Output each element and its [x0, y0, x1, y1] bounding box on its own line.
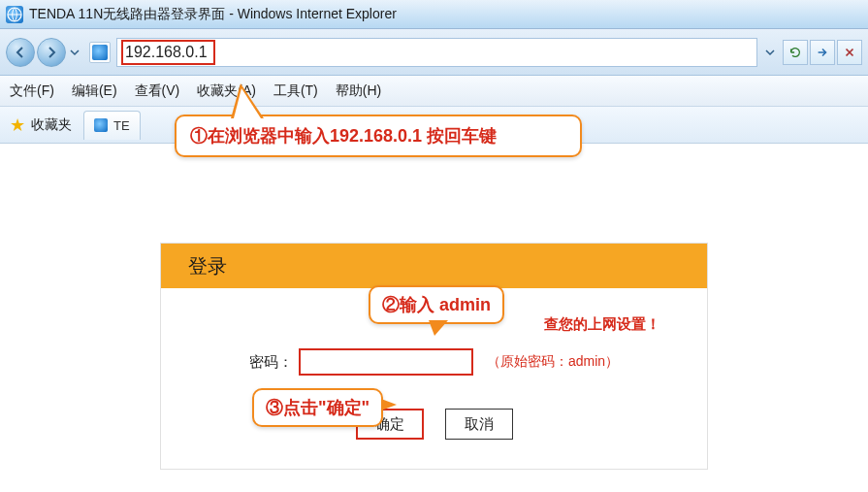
tab-icon — [94, 118, 108, 132]
window-title: TENDA 11N无线路由器登录界面 - Windows Internet Ex… — [29, 6, 397, 23]
toolbar-right — [757, 38, 862, 67]
callout-1: ①在浏览器中输入192.168.0.1 按回车键 — [175, 115, 582, 157]
nav-row: 192.168.0.1 — [0, 29, 868, 76]
address-dropdown-icon[interactable] — [763, 38, 777, 67]
cancel-button[interactable]: 取消 — [445, 409, 513, 440]
back-button[interactable] — [6, 38, 35, 67]
browser-tab[interactable]: TE — [83, 111, 141, 140]
address-value: 192.168.0.1 — [121, 40, 215, 65]
callout-2: ②输入 admin — [369, 285, 504, 324]
password-row: 密码： （原始密码：admin） — [180, 348, 688, 376]
callout-2-text: ②输入 admin — [382, 295, 491, 314]
address-bar[interactable]: 192.168.0.1 — [116, 38, 757, 67]
favorites-label: 收藏夹 — [31, 116, 72, 134]
titlebar: TENDA 11N无线路由器登录界面 - Windows Internet Ex… — [0, 0, 868, 29]
menu-file[interactable]: 文件(F) — [10, 82, 54, 100]
star-icon: ★ — [10, 115, 25, 136]
password-note: （原始密码：admin） — [487, 353, 619, 371]
callout-1-text: ①在浏览器中输入192.168.0.1 按回车键 — [190, 126, 497, 146]
menu-view[interactable]: 查看(V) — [135, 82, 180, 100]
nav-dropdown-icon[interactable] — [68, 38, 81, 67]
menu-help[interactable]: 帮助(H) — [336, 82, 381, 100]
go-button[interactable] — [810, 40, 835, 65]
login-panel: 登录 查您的上网设置！ 密码： （原始密码：admin） 确定 取消 — [160, 243, 708, 470]
cancel-button-label: 取消 — [465, 415, 494, 434]
refresh-button[interactable] — [783, 40, 808, 65]
favorites-button[interactable]: ★ 收藏夹 — [10, 115, 72, 136]
login-header: 登录 — [161, 244, 707, 288]
tab-label: TE — [113, 118, 130, 133]
password-label: 密码： — [249, 353, 293, 372]
page-icon — [89, 42, 111, 63]
callout-3: ③点击"确定" — [252, 388, 383, 427]
password-input[interactable] — [299, 348, 473, 376]
menu-tools[interactable]: 工具(T) — [273, 82, 318, 100]
menu-edit[interactable]: 编辑(E) — [72, 82, 117, 100]
stop-button[interactable] — [837, 40, 862, 65]
ie-icon — [6, 6, 23, 23]
callout-3-text: ③点击"确定" — [266, 398, 370, 417]
menubar: 文件(F) 编辑(E) 查看(V) 收藏夹(A) 工具(T) 帮助(H) — [0, 76, 868, 107]
check-settings-text: 查您的上网设置！ — [544, 315, 660, 334]
forward-button[interactable] — [37, 38, 66, 67]
